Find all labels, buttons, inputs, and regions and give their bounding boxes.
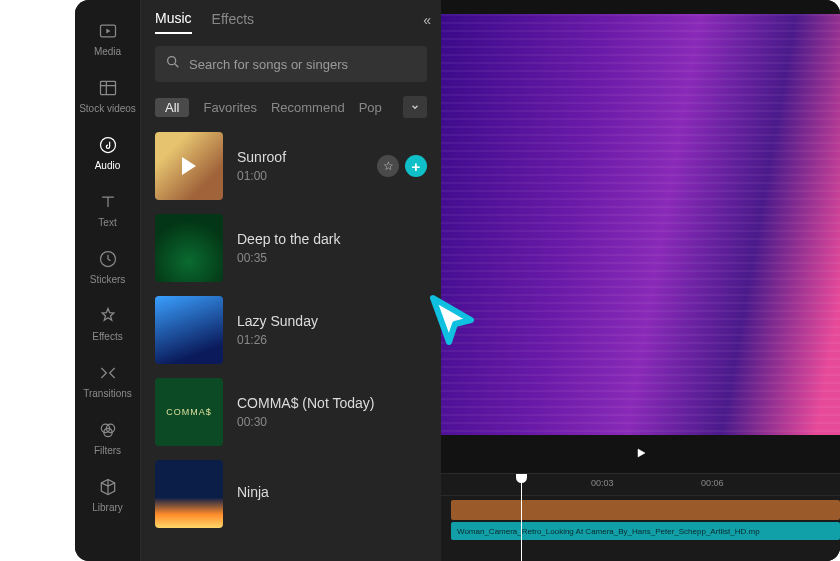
nav-label: Library: [92, 502, 123, 513]
cursor-graphic: [425, 292, 481, 348]
transitions-icon: [97, 362, 119, 384]
track-thumbnail[interactable]: [155, 460, 223, 528]
category-row: All Favorites Recommend Pop: [155, 96, 427, 118]
audio-panel: Music Effects « All Favorites Recommend …: [141, 0, 441, 561]
ruler-tick: 00:06: [701, 478, 724, 488]
nav-audio[interactable]: Audio: [75, 124, 141, 181]
track-thumbnail[interactable]: [155, 214, 223, 282]
search-icon: [165, 54, 181, 74]
nav-text[interactable]: Text: [75, 181, 141, 238]
video-preview[interactable]: [441, 14, 840, 435]
more-categories-button[interactable]: [403, 96, 427, 118]
nav-stock-videos[interactable]: Stock videos: [75, 67, 141, 124]
panel-tabs: Music Effects «: [155, 10, 427, 34]
nav-media[interactable]: Media: [75, 10, 141, 67]
track-name: COMMA$ (Not Today): [237, 395, 427, 411]
nav-label: Transitions: [83, 388, 132, 399]
track-name: Lazy Sunday: [237, 313, 427, 329]
track-list: Sunroof 01:00 ☆ + Deep to the dark 00:35: [155, 132, 427, 528]
search-input[interactable]: [189, 57, 417, 72]
nav-effects[interactable]: Effects: [75, 295, 141, 352]
collapse-panel-icon[interactable]: «: [423, 12, 431, 28]
nav-library[interactable]: Library: [75, 466, 141, 523]
preview-area: 00:03 00:06 Woman_Camera_Retro_Looking A…: [441, 0, 840, 561]
nav-stickers[interactable]: Stickers: [75, 238, 141, 295]
text-icon: [97, 191, 119, 213]
track-duration: 01:26: [237, 333, 427, 347]
track-thumbnail[interactable]: [155, 132, 223, 200]
category-all[interactable]: All: [155, 98, 189, 117]
track-name: Sunroof: [237, 149, 363, 165]
add-track-button[interactable]: +: [405, 155, 427, 177]
video-clip[interactable]: [451, 500, 840, 520]
nav-label: Filters: [94, 445, 121, 456]
track-item[interactable]: Lazy Sunday 01:26: [155, 296, 427, 364]
svg-rect-1: [100, 81, 115, 94]
track-thumbnail[interactable]: [155, 296, 223, 364]
side-nav: Media Stock videos Audio Text Stickers E…: [75, 0, 141, 561]
timeline-ruler[interactable]: 00:03 00:06: [441, 474, 840, 496]
nav-label: Audio: [95, 160, 121, 171]
timeline[interactable]: 00:03 00:06 Woman_Camera_Retro_Looking A…: [441, 473, 840, 561]
track-duration: 01:00: [237, 169, 363, 183]
nav-label: Text: [98, 217, 116, 228]
tab-effects[interactable]: Effects: [212, 11, 255, 33]
category-recommend[interactable]: Recommend: [271, 100, 345, 115]
search-box[interactable]: [155, 46, 427, 82]
track-item[interactable]: Deep to the dark 00:35: [155, 214, 427, 282]
track-item[interactable]: Sunroof 01:00 ☆ +: [155, 132, 427, 200]
category-pop[interactable]: Pop: [359, 100, 382, 115]
favorite-button[interactable]: ☆: [377, 155, 399, 177]
media-icon: [97, 20, 119, 42]
nav-filters[interactable]: Filters: [75, 409, 141, 466]
track-name: Ninja: [237, 484, 427, 500]
stickers-icon: [97, 248, 119, 270]
audio-clip[interactable]: Woman_Camera_Retro_Looking At Camera_By_…: [451, 522, 840, 540]
audio-icon: [97, 134, 119, 156]
tab-music[interactable]: Music: [155, 10, 192, 34]
track-thumbnail[interactable]: COMMA$: [155, 378, 223, 446]
ruler-tick: 00:03: [591, 478, 614, 488]
filters-icon: [97, 419, 119, 441]
nav-label: Stock videos: [79, 103, 136, 114]
nav-label: Effects: [92, 331, 122, 342]
track-item[interactable]: COMMA$ COMMA$ (Not Today) 00:30: [155, 378, 427, 446]
play-icon: [182, 157, 196, 175]
svg-point-7: [168, 57, 176, 65]
category-favorites[interactable]: Favorites: [203, 100, 256, 115]
track-duration: 00:30: [237, 415, 427, 429]
library-icon: [97, 476, 119, 498]
track-duration: 00:35: [237, 251, 427, 265]
playhead[interactable]: [521, 474, 522, 561]
track-item[interactable]: Ninja: [155, 460, 427, 528]
playback-controls: [441, 435, 840, 473]
nav-transitions[interactable]: Transitions: [75, 352, 141, 409]
effects-icon: [97, 305, 119, 327]
stock-icon: [97, 77, 119, 99]
play-button[interactable]: [635, 445, 647, 463]
nav-label: Stickers: [90, 274, 126, 285]
nav-label: Media: [94, 46, 121, 57]
track-name: Deep to the dark: [237, 231, 427, 247]
